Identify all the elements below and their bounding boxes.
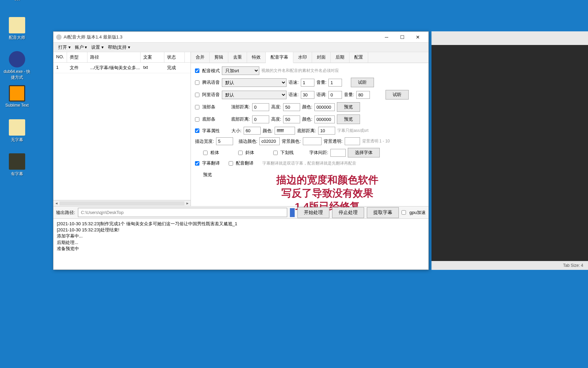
- scroll-right-icon[interactable]: ►: [184, 201, 191, 206]
- col-status[interactable]: 状态: [164, 52, 185, 62]
- dubtranslate-checkbox[interactable]: [229, 161, 233, 166]
- italic-checkbox[interactable]: [238, 151, 243, 155]
- desktop-icon-out[interactable]: out: [3, 0, 31, 1]
- tab-watermark[interactable]: 水印: [293, 52, 312, 63]
- ali-test-button[interactable]: 试听: [386, 90, 409, 99]
- desktop-icon-dub64[interactable]: dub64.exe - 快捷方式: [3, 51, 31, 80]
- preview-button[interactable]: 预览: [195, 170, 220, 180]
- topbar-dist-input[interactable]: [252, 103, 269, 111]
- main-window: AI配音大师 版本1.4 最新版1.3 ─ ☐ ✕ 打开 ▾ 账户 ▾ 设置 ▾…: [53, 31, 429, 270]
- subattr-size-input[interactable]: [244, 127, 261, 135]
- subattr-color-input[interactable]: [275, 127, 295, 135]
- bottombar-color-input[interactable]: [314, 116, 335, 123]
- bottombar-height-input[interactable]: [283, 116, 300, 123]
- tab-subtitle[interactable]: 配音字幕: [266, 52, 293, 63]
- log-area[interactable]: [2021-10-30 15:32:23]制作完成1个 缅甸美女众多可她们这一习…: [53, 218, 428, 259]
- file-table: NO. 类型 路径 文案 状态 1 文件 .../无字幕/缅甸美女众多... t…: [53, 52, 191, 200]
- log-line: [2021-10-30 15:32:23]制作完成1个 缅甸美女众多可她们这一习…: [57, 221, 425, 227]
- desktop-icon-subtitle[interactable]: 有字幕: [3, 153, 31, 177]
- menu-open[interactable]: 打开 ▾: [56, 43, 73, 52]
- minimize-button[interactable]: ─: [379, 32, 394, 42]
- tab-clip[interactable]: 剪辑: [210, 52, 228, 63]
- bottombar-preview-button[interactable]: 预览: [337, 114, 360, 124]
- outline-width-input[interactable]: [216, 137, 233, 145]
- ali-checkbox[interactable]: [195, 93, 199, 97]
- tencent-vol-input[interactable]: [328, 79, 342, 87]
- maximize-button[interactable]: ☐: [394, 32, 410, 42]
- log-line: [2021-10-30 15:32:23]处理结束!: [57, 227, 425, 233]
- col-no[interactable]: NO.: [53, 52, 67, 62]
- tencent-label: 腾讯语音: [202, 79, 220, 86]
- topbar-checkbox[interactable]: [195, 105, 199, 109]
- extract-button[interactable]: 提取字幕: [367, 207, 399, 218]
- bottombar-checkbox[interactable]: [195, 117, 199, 122]
- bottombar-dist-input[interactable]: [252, 116, 269, 123]
- topbar-color-input[interactable]: [314, 103, 335, 111]
- topbar-height-input[interactable]: [283, 103, 300, 111]
- table-header: NO. 类型 路径 文案 状态: [53, 52, 191, 63]
- dubmode-label: 配音模式: [202, 68, 220, 74]
- folder-icon: [9, 119, 25, 136]
- tab-merge[interactable]: 合并: [191, 52, 210, 63]
- topbar-preview-button[interactable]: 预览: [337, 102, 360, 112]
- scroll-left-icon[interactable]: ◄: [53, 201, 60, 206]
- scrollbar-horizontal[interactable]: ◄ ►: [53, 200, 191, 206]
- dubmode-checkbox[interactable]: [195, 68, 199, 73]
- desktop-icon-sublime[interactable]: Sublime Text: [3, 85, 31, 108]
- gpu-checkbox[interactable]: [402, 210, 406, 215]
- sublime-status: Tab Size: 4: [431, 261, 588, 270]
- subattr-checkbox[interactable]: [195, 128, 199, 133]
- tencent-select[interactable]: 默认: [222, 78, 287, 87]
- tab-cover[interactable]: 封面: [312, 52, 331, 63]
- ali-vol-input[interactable]: [356, 91, 370, 99]
- ali-tone-input[interactable]: [328, 91, 342, 99]
- tab-dedup[interactable]: 去重: [228, 52, 247, 63]
- subattr-bottom-input[interactable]: [318, 127, 335, 135]
- titlebar[interactable]: AI配音大师 版本1.4 最新版1.3 ─ ☐ ✕: [53, 32, 428, 43]
- window-title: AI配音大师 版本1.4 最新版1.3: [64, 34, 379, 40]
- bottom-bar: 输出路径: 开始处理 停止处理 提取字幕 gpu加速: [53, 206, 428, 218]
- col-path[interactable]: 路径: [87, 52, 141, 62]
- output-path-label: 输出路径:: [56, 210, 75, 216]
- log-line: 准备预览中: [57, 246, 425, 252]
- dubmode-hint: 视频的文件名和配音的素材文件名必须对应: [261, 68, 339, 74]
- outline-hint: 背景透明 1 - 10: [362, 138, 390, 144]
- tencent-speed-input[interactable]: [301, 79, 314, 87]
- start-button[interactable]: 开始处理: [297, 207, 329, 218]
- underline-checkbox[interactable]: [273, 151, 278, 155]
- table-row[interactable]: 1 文件 .../无字幕/缅甸美女众多... txt 完成: [53, 63, 191, 73]
- scroll-track[interactable]: [60, 201, 184, 205]
- log-line: 后期处理...: [57, 240, 425, 246]
- folder-icon: [9, 17, 25, 33]
- left-panel: NO. 类型 路径 文案 状态 1 文件 .../无字幕/缅甸美女众多... t…: [53, 52, 191, 206]
- stop-button[interactable]: 停止处理: [332, 207, 364, 218]
- outline-bgalpha-input[interactable]: [345, 137, 360, 145]
- desktop-icon-nosubtitle[interactable]: 无字幕: [3, 119, 31, 143]
- menu-account[interactable]: 账户 ▾: [73, 43, 89, 52]
- ali-select[interactable]: 默认: [222, 91, 287, 99]
- output-path-input[interactable]: [78, 208, 288, 217]
- subtranslate-checkbox[interactable]: [195, 161, 199, 166]
- ali-speed-input[interactable]: [301, 91, 314, 99]
- app-icon: [9, 85, 25, 102]
- tab-config[interactable]: 配置: [349, 52, 368, 63]
- tencent-test-button[interactable]: 试听: [351, 78, 374, 87]
- desktop-icon-dubmaster[interactable]: 配音大师: [3, 17, 31, 41]
- bold-checkbox[interactable]: [203, 151, 208, 155]
- subattr-label: 字幕属性: [202, 128, 220, 134]
- browse-button[interactable]: [290, 208, 295, 217]
- col-doc[interactable]: 文案: [141, 52, 164, 62]
- sublime-window: Tab Size: 4: [431, 31, 588, 270]
- dubmode-select[interactable]: 只加srt: [222, 66, 259, 75]
- tab-post[interactable]: 后期: [331, 52, 349, 63]
- tab-effect[interactable]: 特效: [247, 52, 266, 63]
- menu-settings[interactable]: 设置 ▾: [89, 43, 106, 52]
- col-type[interactable]: 类型: [67, 52, 87, 62]
- font-button[interactable]: 选择字体: [348, 148, 380, 157]
- outline-color-input[interactable]: [259, 137, 280, 145]
- outline-bgcolor-input[interactable]: [303, 137, 322, 145]
- close-button[interactable]: ✕: [410, 32, 426, 42]
- tencent-checkbox[interactable]: [195, 80, 199, 85]
- menu-help[interactable]: 帮助|支持 ▾: [106, 43, 132, 52]
- spacing-input[interactable]: [330, 149, 346, 157]
